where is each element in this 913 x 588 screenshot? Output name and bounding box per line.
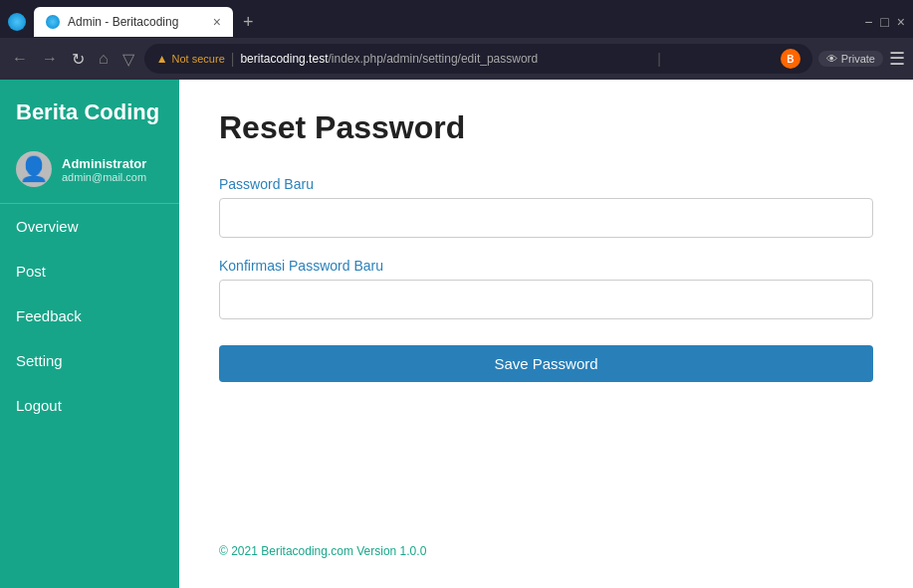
address-separator: |	[231, 51, 235, 67]
close-button[interactable]: ×	[897, 14, 905, 30]
sidebar: Berita Coding 👤 Administrator admin@mail…	[0, 80, 179, 588]
tab-controls: − □ ×	[864, 14, 905, 30]
tab-close-button[interactable]: ×	[213, 15, 221, 29]
address-path: /index.php/admin/setting/edit_password	[328, 52, 538, 66]
tab-favicon	[46, 15, 60, 29]
sidebar-item-overview[interactable]: Overview	[0, 204, 179, 249]
main-content: Reset Password Password Baru Konfirmasi …	[179, 80, 913, 588]
minimize-button[interactable]: −	[864, 14, 872, 30]
sidebar-brand: Berita Coding	[0, 80, 179, 141]
footer-text: © 2021 Beritacoding.com Version 1.0.0	[219, 544, 426, 558]
maximize-button[interactable]: □	[880, 14, 888, 30]
user-email: admin@mail.com	[62, 171, 146, 183]
home-button[interactable]: ⌂	[95, 48, 113, 70]
sidebar-item-setting[interactable]: Setting	[0, 338, 179, 383]
back-button[interactable]: ←	[8, 48, 32, 70]
confirm-password-group: Konfirmasi Password Baru	[219, 258, 873, 319]
address-domain: beritacoding.test	[240, 52, 328, 66]
save-password-button[interactable]: Save Password	[219, 345, 873, 382]
new-password-input[interactable]	[219, 198, 873, 238]
security-warning: ▲ Not secure	[156, 52, 225, 66]
sidebar-item-logout[interactable]: Logout	[0, 383, 179, 428]
user-name: Administrator	[62, 156, 146, 171]
browser-chrome: Admin - Beritacoding × + − □ × ← → ↻ ⌂ ▽…	[0, 0, 913, 80]
reload-button[interactable]: ↻	[68, 48, 89, 71]
new-password-group: Password Baru	[219, 176, 873, 238]
vpn-icon-symbol: 👁	[826, 53, 837, 65]
security-warning-text: Not secure	[172, 53, 225, 65]
warning-icon: ▲	[156, 52, 168, 66]
sidebar-item-feedback[interactable]: Feedback	[0, 294, 179, 338]
browser-icon	[8, 13, 26, 31]
tab-bar: Admin - Beritacoding × + − □ ×	[0, 0, 913, 38]
confirm-password-input[interactable]	[219, 280, 873, 319]
address-separator-right: |	[657, 51, 661, 67]
vpn-label: Private	[841, 53, 875, 65]
bookmark-button[interactable]: ▽	[118, 48, 138, 71]
brave-icon: B	[781, 49, 800, 69]
page-title: Reset Password	[219, 109, 873, 146]
footer: © 2021 Beritacoding.com Version 1.0.0	[219, 524, 873, 558]
page-wrapper: Berita Coding 👤 Administrator admin@mail…	[0, 80, 913, 588]
new-tab-button[interactable]: +	[237, 12, 260, 33]
confirm-password-label: Konfirmasi Password Baru	[219, 258, 873, 274]
sidebar-item-post[interactable]: Post	[0, 249, 179, 294]
forward-button[interactable]: →	[38, 48, 62, 70]
avatar-icon: 👤	[19, 155, 49, 183]
new-password-label: Password Baru	[219, 176, 873, 192]
address-text: beritacoding.test/index.php/admin/settin…	[240, 52, 538, 66]
active-tab[interactable]: Admin - Beritacoding ×	[34, 7, 233, 37]
vpn-button[interactable]: 👁 Private	[818, 51, 883, 67]
address-bar[interactable]: ▲ Not secure | beritacoding.test/index.p…	[144, 44, 812, 74]
tab-title: Admin - Beritacoding	[68, 15, 205, 29]
sidebar-user: 👤 Administrator admin@mail.com	[0, 141, 179, 204]
avatar: 👤	[16, 151, 52, 187]
user-info: Administrator admin@mail.com	[62, 156, 146, 183]
nav-bar: ← → ↻ ⌂ ▽ ▲ Not secure | beritacoding.te…	[0, 38, 913, 80]
browser-menu-button[interactable]: ☰	[889, 48, 905, 70]
